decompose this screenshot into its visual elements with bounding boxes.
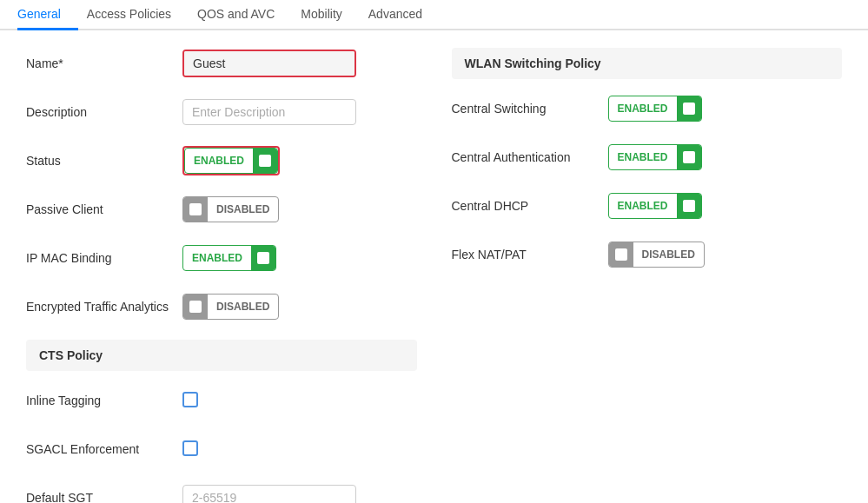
default-sgt-row: Default SGT (26, 482, 417, 503)
tab-access-policies[interactable]: Access Policies (87, 0, 189, 30)
name-input[interactable] (184, 51, 354, 76)
central-switching-label: Central Switching (452, 102, 608, 116)
default-sgt-input-wrapper (182, 485, 356, 503)
central-dhcp-toggle-indicator (683, 200, 695, 212)
ip-mac-label: IP MAC Binding (26, 251, 182, 265)
description-input[interactable] (182, 99, 356, 125)
ip-mac-row: IP MAC Binding ENABLED (26, 242, 417, 274)
encrypted-traffic-toggle-box (183, 295, 208, 319)
central-auth-toggle-box (677, 145, 701, 169)
sgacl-row: SGACL Enforcement (26, 434, 417, 465)
central-switching-toggle[interactable]: ENABLED (608, 96, 702, 122)
central-auth-toggle-label: ENABLED (609, 147, 677, 168)
passive-client-toggle-box (183, 197, 208, 222)
status-row: Status ENABLED (26, 145, 417, 176)
description-label: Description (26, 105, 182, 119)
flex-nat-toggle-wrapper: DISABLED (608, 242, 782, 268)
flex-nat-toggle[interactable]: DISABLED (608, 242, 705, 268)
central-switching-toggle-label: ENABLED (609, 98, 677, 119)
passive-client-label: Passive Client (26, 202, 182, 216)
central-auth-toggle-indicator (683, 151, 695, 163)
encrypted-traffic-toggle-wrapper: DISABLED (182, 294, 356, 320)
tab-general[interactable]: General (17, 0, 78, 30)
central-switching-toggle-indicator (683, 103, 695, 115)
ip-mac-toggle-label: ENABLED (183, 248, 251, 268)
ip-mac-toggle-indicator (257, 252, 269, 264)
central-switching-row: Central Switching ENABLED (452, 93, 843, 124)
encrypted-traffic-toggle-label: DISABLED (208, 296, 278, 317)
central-dhcp-label: Central DHCP (452, 199, 608, 213)
ip-mac-toggle[interactable]: ENABLED (182, 245, 276, 271)
encrypted-traffic-label: Encrypted Traffic Analytics (26, 300, 182, 314)
central-switching-toggle-wrapper: ENABLED (608, 96, 782, 122)
status-toggle[interactable]: ENABLED (184, 148, 278, 174)
encrypted-traffic-toggle-indicator (189, 301, 202, 313)
sgacl-checkbox-wrapper (182, 440, 356, 459)
encrypted-traffic-row: Encrypted Traffic Analytics DISABLED (26, 291, 417, 322)
passive-client-row: Passive Client DISABLED (26, 194, 417, 225)
flex-nat-toggle-box (609, 242, 633, 267)
sgacl-label: SGACL Enforcement (26, 442, 182, 456)
inline-tagging-checkbox-wrapper (182, 392, 356, 410)
name-row: Name* (26, 48, 417, 79)
inline-tagging-row: Inline Tagging (26, 385, 417, 416)
name-label: Name* (26, 56, 182, 70)
central-auth-row: Central Authentication ENABLED (452, 142, 843, 173)
inline-tagging-label: Inline Tagging (26, 394, 182, 407)
tab-mobility[interactable]: Mobility (301, 0, 359, 30)
description-input-wrapper (182, 99, 356, 125)
flex-nat-toggle-label: DISABLED (633, 244, 704, 265)
central-switching-toggle-box (677, 96, 701, 121)
central-auth-label: Central Authentication (452, 150, 608, 164)
right-panel: WLAN Switching Policy Central Switching … (452, 48, 843, 503)
passive-client-toggle-indicator (189, 203, 202, 215)
default-sgt-label: Default SGT (26, 491, 182, 503)
ip-mac-toggle-box (251, 246, 275, 270)
status-toggle-wrapper: ENABLED (182, 146, 356, 175)
flex-nat-row: Flex NAT/PAT DISABLED (452, 239, 843, 270)
status-toggle-indicator (259, 155, 271, 167)
left-panel: Name* Description Status ENABLED (26, 48, 417, 503)
central-auth-toggle-wrapper: ENABLED (608, 144, 782, 170)
sgacl-checkbox[interactable] (182, 440, 198, 456)
encrypted-traffic-toggle[interactable]: DISABLED (182, 294, 279, 320)
central-dhcp-toggle-box (677, 194, 701, 218)
flex-nat-label: Flex NAT/PAT (452, 248, 608, 261)
main-content: Name* Description Status ENABLED (0, 30, 868, 503)
passive-client-toggle-wrapper: DISABLED (182, 196, 356, 222)
central-dhcp-toggle-wrapper: ENABLED (608, 193, 782, 219)
cts-policy-header: CTS Policy (26, 340, 417, 371)
status-label: Status (26, 154, 182, 168)
status-toggle-box (253, 149, 277, 173)
wlan-switching-header: WLAN Switching Policy (452, 48, 843, 79)
tab-advanced[interactable]: Advanced (368, 0, 440, 30)
description-row: Description (26, 96, 417, 128)
status-toggle-label: ENABLED (185, 150, 253, 171)
central-auth-toggle[interactable]: ENABLED (608, 144, 702, 170)
passive-client-toggle-label: DISABLED (208, 199, 278, 220)
tab-qos-avc[interactable]: QOS and AVC (197, 0, 292, 30)
central-dhcp-toggle[interactable]: ENABLED (608, 193, 702, 219)
flex-nat-toggle-indicator (615, 248, 627, 261)
inline-tagging-checkbox[interactable] (182, 392, 198, 407)
tabs-bar: General Access Policies QOS and AVC Mobi… (0, 0, 868, 30)
name-input-wrapper (182, 50, 356, 77)
ip-mac-toggle-wrapper: ENABLED (182, 245, 356, 271)
default-sgt-input[interactable] (182, 485, 356, 503)
central-dhcp-toggle-label: ENABLED (609, 195, 677, 216)
passive-client-toggle[interactable]: DISABLED (182, 196, 279, 222)
central-dhcp-row: Central DHCP ENABLED (452, 190, 843, 222)
